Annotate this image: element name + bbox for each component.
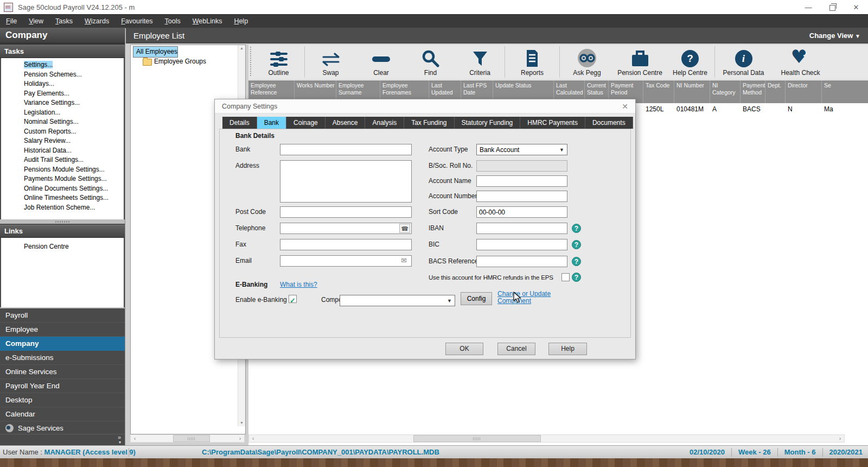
nav-overflow-bar[interactable]: » ▾ — [0, 434, 125, 445]
bank-input[interactable] — [280, 144, 412, 155]
column-header[interactable]: Se — [821, 80, 868, 103]
swap-button[interactable]: Swap — [305, 45, 356, 79]
task-item-payments-module[interactable]: Payments Module Settings... — [1, 174, 124, 184]
config-button[interactable]: Config — [461, 292, 492, 305]
task-item-pension-schemes[interactable]: Pension Schemes... — [1, 70, 124, 80]
scroll-left-icon[interactable]: ‹ — [249, 435, 257, 442]
tab-analysis[interactable]: Analysis — [365, 117, 404, 129]
tab-coinage[interactable]: Coinage — [286, 117, 326, 129]
tree-item-all-employees[interactable]: + All Employees — [133, 47, 245, 56]
bacs-help-icon[interactable]: ? — [572, 257, 581, 266]
task-item-audit-trail[interactable]: Audit Trail Settings... — [1, 155, 124, 165]
column-header[interactable]: Dept. — [765, 80, 785, 103]
sort-code-input[interactable] — [476, 206, 567, 218]
task-item-nominal-settings[interactable]: Nominal Settings... — [1, 117, 124, 127]
nav-item-employee[interactable]: Employee — [0, 323, 125, 337]
menu-item-help[interactable]: Help — [228, 15, 254, 28]
ok-button[interactable]: OK — [445, 343, 483, 355]
panel-splitter[interactable] — [0, 219, 125, 224]
bic-help-icon[interactable]: ? — [572, 240, 581, 249]
nav-item-e-submissions[interactable]: e-Submissions — [0, 351, 125, 365]
enable-ebanking-checkbox[interactable]: ✓ — [289, 295, 297, 303]
nav-item-payroll[interactable]: Payroll — [0, 308, 125, 323]
tree-horizontal-scrollbar[interactable]: ‹ › — [130, 434, 245, 443]
tab-tax-funding[interactable]: Tax Funding — [404, 117, 454, 129]
nav-item-desktop[interactable]: Desktop — [0, 393, 125, 407]
task-item-online-timesheets[interactable]: Online Timesheets Settings... — [1, 193, 124, 203]
tab-absence[interactable]: Absence — [326, 117, 366, 129]
restore-button[interactable] — [820, 0, 844, 14]
telephone-input[interactable] — [280, 223, 412, 234]
eps-help-icon[interactable]: ? — [572, 273, 581, 282]
task-item-custom-reports[interactable]: Custom Reports... — [1, 127, 124, 137]
scrollbar-thumb[interactable] — [413, 435, 541, 442]
nav-item-sage-services[interactable]: Sage Services — [0, 421, 125, 434]
what-is-this-link[interactable]: What is this? — [280, 281, 317, 288]
task-item-legislation[interactable]: Legislation... — [1, 108, 124, 118]
address-textarea[interactable] — [280, 160, 412, 203]
menu-item-wizards[interactable]: Wizards — [79, 15, 115, 28]
menu-item-view[interactable]: View — [23, 15, 49, 28]
close-button[interactable]: ✕ — [844, 0, 868, 14]
component-select[interactable]: ▼ — [340, 295, 455, 306]
account-name-input[interactable] — [476, 175, 567, 187]
bic-input[interactable] — [476, 239, 567, 250]
change-component-link-line1[interactable]: Change or Update — [497, 290, 551, 298]
tab-hmrc-payments[interactable]: HMRC Payments — [520, 117, 585, 129]
task-item-settings[interactable]: Settings... — [1, 60, 124, 70]
scrollbar-track[interactable] — [139, 435, 236, 442]
menu-item-tasks[interactable]: Tasks — [49, 15, 79, 28]
task-item-historical-data[interactable]: Historical Data... — [1, 146, 124, 156]
tab-statutory-funding[interactable]: Statutory Funding — [455, 117, 521, 129]
cancel-button[interactable]: Cancel — [497, 343, 535, 355]
help-centre-button[interactable]: ? Help Centre — [666, 45, 714, 79]
scroll-right-icon[interactable]: › — [236, 435, 244, 442]
nav-item-company[interactable]: Company — [0, 337, 125, 351]
minimize-button[interactable]: — — [796, 0, 820, 14]
personal-data-button[interactable]: i Personal Data — [715, 45, 772, 79]
fax-input[interactable] — [280, 239, 412, 250]
column-header[interactable]: NI Number — [674, 80, 710, 103]
ask-pegg-button[interactable]: Ask Pegg — [560, 45, 614, 79]
iban-input[interactable] — [476, 223, 567, 234]
menu-item-weblinks[interactable]: WebLinks — [187, 15, 228, 28]
column-header[interactable]: Payment Method — [740, 80, 765, 103]
envelope-icon[interactable]: ✉ — [401, 256, 407, 264]
task-item-variance-settings[interactable]: Variance Settings... — [1, 98, 124, 108]
task-item-online-documents[interactable]: Online Documents Settings... — [1, 184, 124, 194]
scrollbar-track[interactable] — [257, 435, 836, 442]
help-button[interactable]: Help — [548, 343, 587, 355]
change-view-button[interactable]: Change View ▼ — [809, 31, 860, 40]
bacs-reference-input[interactable] — [476, 256, 567, 267]
menu-item-file[interactable]: File — [0, 15, 23, 28]
column-header[interactable]: NI Category — [710, 80, 740, 103]
task-item-job-retention[interactable]: Job Retention Scheme... — [1, 203, 124, 213]
iban-help-icon[interactable]: ? — [572, 224, 581, 233]
clear-button[interactable]: Clear — [356, 45, 406, 79]
phone-icon[interactable]: ☎ — [399, 224, 410, 233]
account-number-input[interactable] — [476, 191, 567, 202]
health-check-button[interactable]: ♥✓ Health Check — [772, 45, 829, 79]
task-item-pay-elements[interactable]: Pay Elements... — [1, 89, 124, 99]
scroll-left-icon[interactable]: ‹ — [131, 435, 139, 442]
tab-documents[interactable]: Documents — [585, 117, 633, 129]
column-header[interactable]: Director — [785, 80, 821, 103]
account-type-select[interactable]: Bank Account▼ — [476, 144, 567, 155]
menu-item-tools[interactable]: Tools — [159, 15, 187, 28]
list-horizontal-scrollbar[interactable]: ‹ › — [248, 434, 845, 443]
reports-button[interactable]: Reports — [505, 45, 559, 79]
dialog-close-icon[interactable]: ✕ — [622, 102, 628, 111]
link-item-pension-centre[interactable]: Pension Centre — [1, 242, 124, 252]
nav-item-calendar[interactable]: Calendar — [0, 407, 125, 421]
find-button[interactable]: Find — [406, 45, 455, 79]
scroll-right-icon[interactable]: › — [836, 435, 844, 442]
tab-details[interactable]: Details — [222, 117, 257, 129]
pension-centre-button[interactable]: Pension Centre — [614, 45, 666, 79]
criteria-button[interactable]: Criteria — [455, 45, 505, 79]
post-code-input[interactable] — [280, 206, 412, 218]
scroll-down-icon[interactable]: ▼ — [240, 420, 244, 426]
eps-refunds-checkbox[interactable] — [561, 273, 570, 281]
nav-item-payroll-year-end[interactable]: Payroll Year End — [0, 379, 125, 393]
scrollbar-thumb[interactable] — [173, 435, 210, 442]
column-header[interactable]: Tax Code — [643, 80, 674, 103]
